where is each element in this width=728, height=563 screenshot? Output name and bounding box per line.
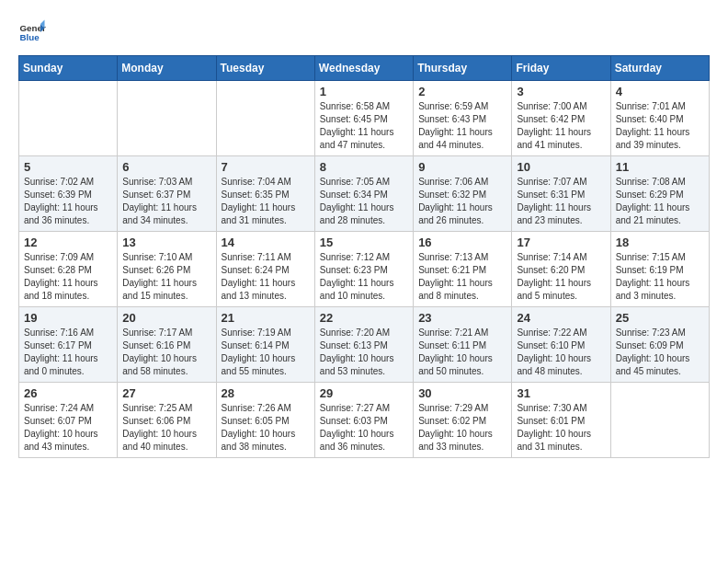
calendar-week-1: 5Sunrise: 7:02 AM Sunset: 6:39 PM Daylig… (19, 156, 710, 232)
calendar-week-0: 1Sunrise: 6:58 AM Sunset: 6:45 PM Daylig… (19, 81, 710, 156)
calendar-cell: 20Sunrise: 7:17 AM Sunset: 6:16 PM Dayli… (118, 307, 216, 383)
calendar-cell: 18Sunrise: 7:15 AM Sunset: 6:19 PM Dayli… (610, 232, 709, 307)
day-number: 28 (222, 386, 310, 400)
calendar-cell: 27Sunrise: 7:25 AM Sunset: 6:06 PM Dayli… (118, 383, 216, 458)
calendar-cell: 15Sunrise: 7:12 AM Sunset: 6:23 PM Dayli… (314, 232, 413, 307)
day-info: Sunrise: 7:21 AM Sunset: 6:11 PM Dayligh… (418, 327, 506, 378)
day-number: 8 (320, 160, 408, 174)
logo: General Blue (18, 18, 46, 46)
day-number: 6 (122, 160, 210, 174)
day-number: 10 (517, 160, 605, 174)
day-info: Sunrise: 7:00 AM Sunset: 6:42 PM Dayligh… (517, 100, 605, 152)
calendar-cell: 28Sunrise: 7:26 AM Sunset: 6:05 PM Dayli… (216, 383, 314, 458)
calendar-cell: 29Sunrise: 7:27 AM Sunset: 6:03 PM Dayli… (314, 383, 413, 458)
weekday-header-sunday: Sunday (19, 56, 118, 81)
calendar-cell: 9Sunrise: 7:06 AM Sunset: 6:32 PM Daylig… (414, 156, 512, 232)
weekday-header-wednesday: Wednesday (314, 56, 413, 81)
day-number: 30 (418, 386, 506, 400)
day-number: 20 (122, 311, 210, 325)
day-number: 27 (122, 386, 210, 400)
logo-icon: General Blue (18, 18, 46, 46)
day-info: Sunrise: 7:03 AM Sunset: 6:37 PM Dayligh… (122, 176, 210, 227)
calendar-cell: 19Sunrise: 7:16 AM Sunset: 6:17 PM Dayli… (19, 307, 118, 383)
calendar-cell: 24Sunrise: 7:22 AM Sunset: 6:10 PM Dayli… (512, 307, 610, 383)
day-number: 11 (616, 160, 704, 174)
day-info: Sunrise: 7:22 AM Sunset: 6:10 PM Dayligh… (517, 327, 605, 378)
calendar-cell (216, 81, 314, 156)
day-number: 5 (24, 160, 112, 174)
day-number: 12 (24, 236, 112, 249)
calendar-cell: 16Sunrise: 7:13 AM Sunset: 6:21 PM Dayli… (414, 232, 512, 307)
day-info: Sunrise: 7:29 AM Sunset: 6:02 PM Dayligh… (418, 402, 506, 454)
day-info: Sunrise: 7:08 AM Sunset: 6:29 PM Dayligh… (616, 176, 704, 227)
calendar-week-2: 12Sunrise: 7:09 AM Sunset: 6:28 PM Dayli… (19, 232, 710, 307)
calendar-cell: 2Sunrise: 6:59 AM Sunset: 6:43 PM Daylig… (414, 81, 512, 156)
day-number: 2 (418, 85, 506, 98)
day-number: 3 (517, 85, 605, 98)
calendar-cell: 13Sunrise: 7:10 AM Sunset: 6:26 PM Dayli… (118, 232, 216, 307)
day-number: 29 (320, 386, 408, 400)
day-number: 21 (222, 311, 310, 325)
day-number: 26 (24, 386, 112, 400)
calendar-cell: 17Sunrise: 7:14 AM Sunset: 6:20 PM Dayli… (512, 232, 610, 307)
calendar-cell: 23Sunrise: 7:21 AM Sunset: 6:11 PM Dayli… (414, 307, 512, 383)
day-number: 23 (418, 311, 506, 325)
calendar-cell: 22Sunrise: 7:20 AM Sunset: 6:13 PM Dayli… (314, 307, 413, 383)
calendar-cell: 31Sunrise: 7:30 AM Sunset: 6:01 PM Dayli… (512, 383, 610, 458)
weekday-header-friday: Friday (512, 56, 610, 81)
day-info: Sunrise: 7:25 AM Sunset: 6:06 PM Dayligh… (122, 402, 210, 454)
day-info: Sunrise: 7:13 AM Sunset: 6:21 PM Dayligh… (418, 251, 506, 303)
day-info: Sunrise: 7:14 AM Sunset: 6:20 PM Dayligh… (517, 251, 605, 303)
day-number: 1 (320, 85, 408, 98)
day-number: 16 (418, 236, 506, 249)
day-info: Sunrise: 7:01 AM Sunset: 6:40 PM Dayligh… (616, 100, 704, 152)
day-number: 24 (517, 311, 605, 325)
calendar-cell: 26Sunrise: 7:24 AM Sunset: 6:07 PM Dayli… (19, 383, 118, 458)
day-info: Sunrise: 7:19 AM Sunset: 6:14 PM Dayligh… (222, 327, 310, 378)
day-info: Sunrise: 7:10 AM Sunset: 6:26 PM Dayligh… (122, 251, 210, 303)
day-info: Sunrise: 7:05 AM Sunset: 6:34 PM Dayligh… (320, 176, 408, 227)
day-info: Sunrise: 7:11 AM Sunset: 6:24 PM Dayligh… (222, 251, 310, 303)
day-number: 7 (222, 160, 310, 174)
day-info: Sunrise: 7:30 AM Sunset: 6:01 PM Dayligh… (517, 402, 605, 454)
calendar-cell: 8Sunrise: 7:05 AM Sunset: 6:34 PM Daylig… (314, 156, 413, 232)
day-info: Sunrise: 7:26 AM Sunset: 6:05 PM Dayligh… (222, 402, 310, 454)
calendar-table: SundayMondayTuesdayWednesdayThursdayFrid… (18, 55, 710, 458)
day-info: Sunrise: 7:04 AM Sunset: 6:35 PM Dayligh… (222, 176, 310, 227)
calendar-cell (19, 81, 118, 156)
day-number: 22 (320, 311, 408, 325)
day-number: 18 (616, 236, 704, 249)
calendar-cell: 4Sunrise: 7:01 AM Sunset: 6:40 PM Daylig… (610, 81, 709, 156)
day-info: Sunrise: 7:07 AM Sunset: 6:31 PM Dayligh… (517, 176, 605, 227)
calendar-week-4: 26Sunrise: 7:24 AM Sunset: 6:07 PM Dayli… (19, 383, 710, 458)
day-info: Sunrise: 7:16 AM Sunset: 6:17 PM Dayligh… (24, 327, 112, 378)
calendar-cell: 5Sunrise: 7:02 AM Sunset: 6:39 PM Daylig… (19, 156, 118, 232)
calendar-week-3: 19Sunrise: 7:16 AM Sunset: 6:17 PM Dayli… (19, 307, 710, 383)
weekday-header-row: SundayMondayTuesdayWednesdayThursdayFrid… (19, 56, 710, 81)
calendar-cell (118, 81, 216, 156)
day-info: Sunrise: 7:24 AM Sunset: 6:07 PM Dayligh… (24, 402, 112, 454)
weekday-header-saturday: Saturday (610, 56, 709, 81)
weekday-header-thursday: Thursday (414, 56, 512, 81)
day-info: Sunrise: 7:09 AM Sunset: 6:28 PM Dayligh… (24, 251, 112, 303)
day-info: Sunrise: 7:02 AM Sunset: 6:39 PM Dayligh… (24, 176, 112, 227)
day-info: Sunrise: 7:17 AM Sunset: 6:16 PM Dayligh… (122, 327, 210, 378)
day-number: 19 (24, 311, 112, 325)
calendar-cell: 11Sunrise: 7:08 AM Sunset: 6:29 PM Dayli… (610, 156, 709, 232)
day-number: 31 (517, 386, 605, 400)
calendar-cell: 10Sunrise: 7:07 AM Sunset: 6:31 PM Dayli… (512, 156, 610, 232)
day-info: Sunrise: 7:15 AM Sunset: 6:19 PM Dayligh… (616, 251, 704, 303)
day-info: Sunrise: 7:12 AM Sunset: 6:23 PM Dayligh… (320, 251, 408, 303)
weekday-header-monday: Monday (118, 56, 216, 81)
day-info: Sunrise: 6:58 AM Sunset: 6:45 PM Dayligh… (320, 100, 408, 152)
day-number: 4 (616, 85, 704, 98)
day-info: Sunrise: 7:20 AM Sunset: 6:13 PM Dayligh… (320, 327, 408, 378)
day-number: 9 (418, 160, 506, 174)
day-number: 25 (616, 311, 704, 325)
calendar-cell: 25Sunrise: 7:23 AM Sunset: 6:09 PM Dayli… (610, 307, 709, 383)
weekday-header-tuesday: Tuesday (216, 56, 314, 81)
day-info: Sunrise: 7:06 AM Sunset: 6:32 PM Dayligh… (418, 176, 506, 227)
day-info: Sunrise: 7:23 AM Sunset: 6:09 PM Dayligh… (616, 327, 704, 378)
calendar-cell: 1Sunrise: 6:58 AM Sunset: 6:45 PM Daylig… (314, 81, 413, 156)
calendar-cell: 12Sunrise: 7:09 AM Sunset: 6:28 PM Dayli… (19, 232, 118, 307)
